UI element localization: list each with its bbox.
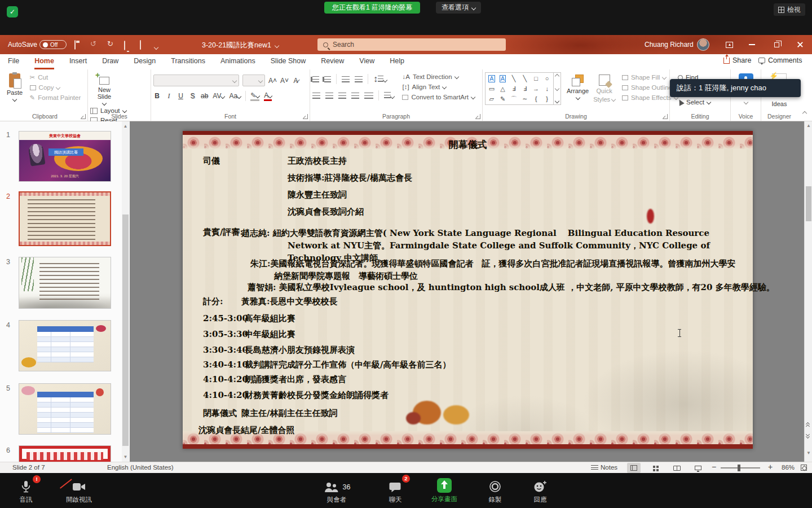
panel-scrollbar-thumb[interactable] bbox=[122, 214, 129, 446]
quick-styles-button[interactable]: QuickStyles bbox=[591, 72, 617, 105]
text-shadow-button[interactable]: S bbox=[189, 92, 196, 100]
zoom-slider-handle[interactable] bbox=[738, 465, 740, 471]
document-title[interactable]: 3-20-21國語比賽new1 bbox=[202, 41, 279, 50]
align-right-button[interactable] bbox=[338, 93, 346, 99]
thumbnail-slide-6[interactable] bbox=[19, 445, 111, 462]
chevron-down-icon[interactable] bbox=[743, 100, 748, 104]
close-button[interactable] bbox=[792, 38, 809, 51]
ribbon-display-options-button[interactable] bbox=[721, 38, 738, 51]
tab-review[interactable]: Review bbox=[321, 54, 344, 69]
record-button[interactable]: 錄製 bbox=[479, 478, 511, 504]
paragraph-dialog-launcher[interactable] bbox=[475, 114, 480, 119]
search-input[interactable] bbox=[333, 41, 479, 49]
undo-button[interactable]: ↺ bbox=[90, 40, 96, 48]
thumbnail-slide-5[interactable] bbox=[19, 383, 111, 435]
restore-button[interactable] bbox=[768, 38, 785, 51]
scroll-down-arrow-icon[interactable]: ▼ bbox=[122, 453, 129, 461]
thumbnail-slide-3[interactable] bbox=[19, 257, 111, 309]
language-indicator[interactable]: English (United States) bbox=[107, 464, 174, 471]
zoom-security-shield-icon[interactable]: ✓ bbox=[7, 6, 18, 17]
tab-help[interactable]: Help bbox=[390, 54, 404, 69]
slide-sorter-view-button[interactable] bbox=[648, 463, 662, 473]
touch-mode-button[interactable] bbox=[140, 41, 141, 49]
strikethrough-button[interactable]: ab bbox=[201, 92, 208, 100]
align-center-button[interactable] bbox=[325, 93, 333, 99]
font-color-button[interactable]: A bbox=[264, 91, 272, 101]
decrease-font-button[interactable]: A˅ bbox=[280, 77, 289, 85]
arrange-button[interactable]: Arrange bbox=[564, 72, 591, 105]
increase-indent-button[interactable] bbox=[355, 76, 363, 82]
audio-button[interactable]: ! 音訊 bbox=[10, 478, 42, 504]
zoom-slider-track[interactable] bbox=[721, 467, 760, 468]
convert-smartart-button[interactable]: Convert to SmartArt bbox=[402, 94, 475, 100]
tab-slide-show[interactable]: Slide Show bbox=[271, 54, 306, 69]
canvas-scrollbar-thumb[interactable] bbox=[806, 186, 811, 221]
add-remove-columns-button[interactable] bbox=[384, 90, 394, 100]
slideshow-view-button[interactable] bbox=[691, 463, 705, 473]
participants-button[interactable]: 36 與會者 bbox=[317, 478, 356, 504]
bullets-button[interactable] bbox=[312, 76, 319, 82]
zoom-view-button[interactable]: 檢視 bbox=[774, 3, 805, 16]
paste-button[interactable]: Paste bbox=[5, 72, 25, 102]
new-slide-button[interactable]: New Slide bbox=[90, 72, 118, 106]
tab-file[interactable]: File bbox=[8, 54, 19, 69]
format-painter-button[interactable]: ✎Format Painter bbox=[30, 94, 81, 102]
start-video-button[interactable]: 開啟視訊 bbox=[58, 478, 100, 504]
change-case-button[interactable]: Aa bbox=[229, 92, 241, 100]
scroll-up-arrow-icon[interactable]: ▲ bbox=[122, 122, 129, 130]
columns-button[interactable] bbox=[364, 93, 373, 99]
drawing-dialog-launcher[interactable] bbox=[663, 114, 668, 119]
redo-button[interactable]: ↻ bbox=[107, 40, 113, 48]
customize-qat-button[interactable] bbox=[155, 42, 158, 51]
reading-view-button[interactable] bbox=[670, 463, 683, 473]
justify-button[interactable] bbox=[351, 93, 359, 99]
thumbnail-slide-2[interactable] bbox=[19, 191, 111, 246]
scroll-up-arrow-icon[interactable]: ▲ bbox=[805, 121, 812, 130]
chat-button[interactable]: 2 聊天 bbox=[379, 478, 412, 504]
scroll-down-arrow-icon[interactable]: ▼ bbox=[805, 449, 812, 458]
shapes-gallery-scroll[interactable] bbox=[554, 72, 561, 105]
tab-draw[interactable]: Draw bbox=[102, 54, 118, 69]
line-spacing-button[interactable]: ↕ bbox=[373, 74, 387, 84]
comments-button[interactable]: Comments bbox=[758, 56, 802, 64]
zoom-in-button[interactable]: + bbox=[768, 462, 773, 471]
view-options-dropdown[interactable]: 查看選項 bbox=[436, 2, 481, 14]
save-button[interactable] bbox=[74, 41, 76, 49]
font-name-combo[interactable] bbox=[153, 75, 239, 86]
next-slide-button[interactable] bbox=[806, 433, 811, 439]
minimize-button[interactable] bbox=[743, 38, 760, 51]
align-left-button[interactable] bbox=[312, 93, 320, 99]
highlight-color-button[interactable]: ✎ bbox=[250, 91, 259, 101]
avatar[interactable] bbox=[697, 38, 709, 51]
cut-button[interactable]: ✂Cut bbox=[30, 73, 81, 81]
underline-button[interactable]: U bbox=[177, 92, 184, 100]
character-spacing-button[interactable]: AV bbox=[213, 92, 224, 100]
clear-formatting-button[interactable]: A̷ bbox=[292, 77, 299, 85]
panel-scrollbar[interactable]: ▲ ▼ bbox=[122, 121, 129, 462]
thumbnail-slide-4[interactable] bbox=[19, 320, 111, 371]
clipboard-dialog-launcher[interactable] bbox=[81, 114, 86, 119]
copy-button[interactable]: Copy bbox=[30, 84, 81, 91]
search-bar[interactable] bbox=[317, 38, 506, 51]
font-size-combo[interactable] bbox=[242, 75, 265, 86]
tab-animations[interactable]: Animations bbox=[220, 54, 255, 69]
tab-design[interactable]: Design bbox=[134, 54, 156, 69]
slide-counter[interactable]: Slide 2 of 7 bbox=[12, 464, 45, 471]
bold-button[interactable]: B bbox=[153, 92, 161, 100]
slide-canvas[interactable]: 開幕儀式 司儀王政浩校長主持 技術指導:莊淂隆校長/楊萬志會長 陳永豐主任致詞 … bbox=[183, 131, 753, 449]
tab-transitions[interactable]: Transitions bbox=[171, 54, 205, 69]
previous-slide-button[interactable] bbox=[806, 423, 811, 428]
text-direction-button[interactable]: ↓AText Direction bbox=[402, 73, 475, 80]
tab-home[interactable]: Home bbox=[34, 54, 54, 69]
canvas-scrollbar[interactable]: ▲ ▼ bbox=[804, 121, 812, 462]
thumbnail-slide-1[interactable]: 美東中文學校協會 國語演講比賽 2021. 3. 20 星期六 bbox=[19, 131, 111, 182]
slide-title[interactable]: 開幕儀式 bbox=[183, 138, 753, 151]
shapes-gallery[interactable]: AA╲╲□○ ▭△ℲℲ→↓ ▱✎⌒∼{} bbox=[485, 72, 554, 105]
tab-insert[interactable]: Insert bbox=[69, 54, 87, 69]
tab-view[interactable]: View bbox=[359, 54, 374, 69]
font-dialog-launcher[interactable] bbox=[303, 114, 308, 119]
reactions-button[interactable]: 回應 bbox=[524, 478, 556, 504]
share-screen-button[interactable]: 分享畫面 bbox=[424, 477, 465, 503]
normal-view-button[interactable] bbox=[627, 463, 641, 473]
notes-button[interactable]: Notes bbox=[591, 464, 617, 471]
